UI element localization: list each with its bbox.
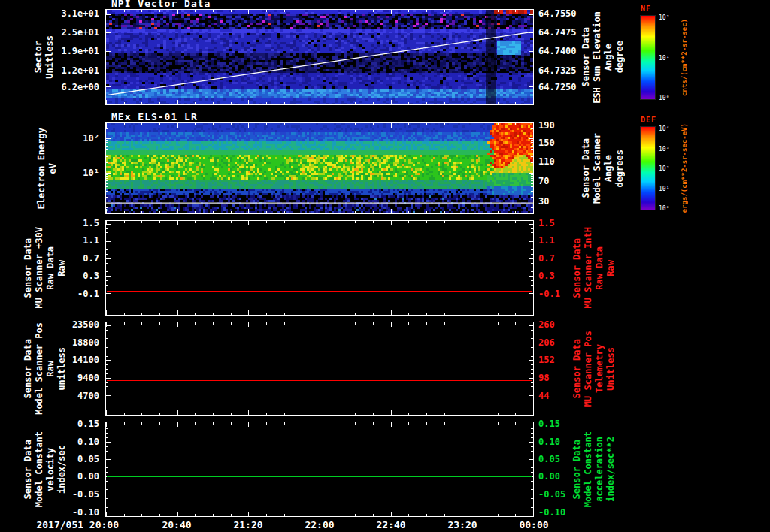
colorbar-def-gradient: [640, 126, 656, 210]
y-tick-labels-left: 0.150.100.050.00-0.05-0.10: [0, 422, 102, 517]
y-axis-title-sun-elevation: Sensor DataESH Sun ElevationAngledegree: [576, 9, 630, 105]
mu-scanner-30v-plot: [105, 220, 534, 316]
model-scanner-pos-plot: [105, 322, 534, 416]
time-tick-label: 20:40: [154, 519, 199, 530]
time-tick-label: 00:00: [511, 519, 556, 530]
colorbar-nf-tick-labels: 10²10¹10⁰: [659, 15, 678, 100]
model-constant-velocity-canvas: [106, 422, 533, 516]
panel-title-els: MEx ELS-01 LR: [111, 111, 198, 122]
time-tick-label: 23:20: [440, 519, 485, 530]
y-axis-title-mu-scanner-pos: Sensor DataMU Scanner PosTelemetryUnitle…: [568, 322, 620, 416]
panel-mu-scanner-30v: Sensor DataMU Scanner +30VRaw DataRaw 1.…: [0, 220, 770, 316]
panel-model-scanner-pos: Sensor DataModel Scanner PosRawunitless …: [0, 322, 770, 416]
y-tick-labels-right: 64.755064.747564.740064.732564.7250: [535, 9, 578, 105]
colorbar-nf-title: NF: [641, 5, 651, 13]
time-tick-label: 21:20: [226, 519, 271, 530]
time-tick-label: 22:40: [368, 519, 414, 530]
els-spectrogram-plot: [105, 122, 534, 214]
y-tick-labels-right: 1901501107030: [535, 122, 578, 214]
y-tick-labels-left: 10²10¹: [0, 122, 102, 214]
colorbar-def-units-text: ergs/(cm**2-sr-sec-eV): [681, 123, 688, 213]
y-tick-labels-left: 23500188001410094004700: [0, 322, 102, 416]
colorbar-nf-units-label: cnts/(cm**2-sr-sec): [681, 15, 688, 100]
y-axis-title-mu-scanner-inth: Sensor DataMU Scanner IntHRaw DataRaw: [568, 220, 620, 316]
y-tick-labels-left: 3.1e+012.5e+011.9e+011.2e+016.2e+00: [0, 9, 102, 105]
model-constant-velocity-plot: [105, 422, 534, 517]
time-axis-labels: 2017/051 20:0020:4021:2022:0022:4023:200…: [0, 519, 770, 531]
y-axis-title-scanner-angle: Sensor DataModel ScannerAngledegrees: [576, 122, 630, 214]
npi-spectrogram-plot: [105, 9, 534, 105]
colorbar-nf-gradient: [640, 15, 656, 100]
time-tick-label: 22:00: [297, 519, 342, 530]
y-tick-labels-left: 1.51.10.70.3-0.1: [0, 220, 102, 316]
npi-spectrogram-canvas: [106, 10, 533, 104]
mu-scanner-30v-canvas: [106, 221, 533, 315]
panel-title-npi: NPI Vector Data: [111, 0, 211, 9]
colorbar-def: DEF 10⁴10³10²10¹10⁰ ergs/(cm**2-sr-sec-e…: [640, 126, 711, 210]
colorbar-def-title: DEF: [641, 116, 656, 124]
y-axis-title-model-constant-acceleration: Sensor DataModel Constantaccelerationind…: [568, 422, 620, 517]
colorbar-def-units-label: ergs/(cm**2-sr-sec-eV): [681, 126, 688, 210]
model-scanner-pos-canvas: [106, 322, 533, 415]
colorbar-def-tick-labels: 10⁴10³10²10¹10⁰: [659, 126, 678, 210]
els-spectrogram-canvas: [106, 123, 533, 213]
time-tick-label: 2017/051 20:00: [14, 519, 119, 530]
colorbar-nf: NF 10²10¹10⁰ cnts/(cm**2-sr-sec): [640, 15, 711, 100]
colorbar-nf-units-text: cnts/(cm**2-sr-sec): [681, 19, 688, 96]
tplot-window: NPI Vector Data SectorUnitless 3.1e+012.…: [0, 0, 770, 532]
panel-model-constant-velocity: Sensor DataModel Constantvelocityindex/s…: [0, 422, 770, 517]
